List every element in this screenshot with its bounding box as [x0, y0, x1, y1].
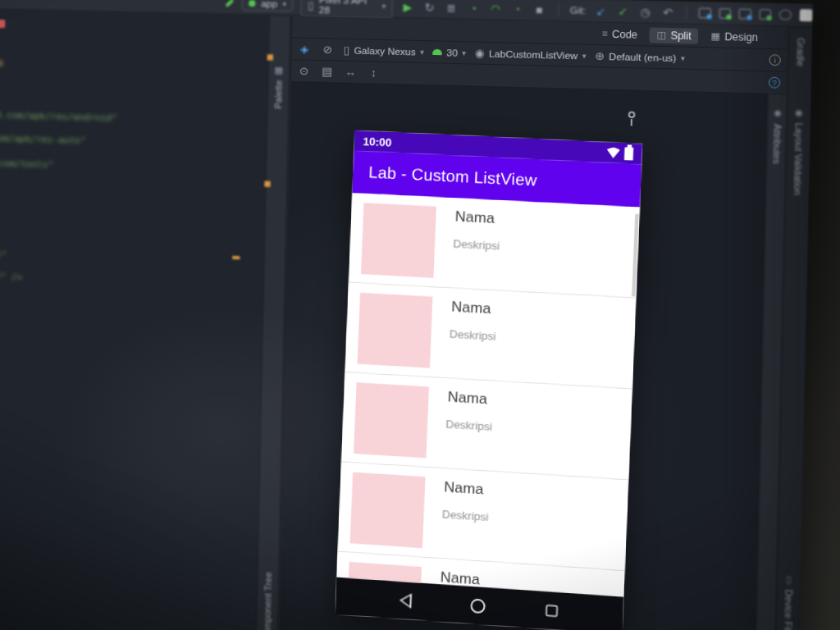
toolbar-separator: [687, 6, 687, 20]
terminal-icon[interactable]: [719, 8, 731, 19]
chevron-down-icon: ▾: [462, 48, 466, 57]
run-button[interactable]: ▶: [400, 1, 414, 12]
avd-manager-icon[interactable]: [759, 9, 771, 20]
app-module-icon: [249, 0, 256, 7]
device-icon: ▯: [308, 0, 314, 10]
api-level-label: 30: [446, 48, 458, 58]
attributes-label: Attributes: [771, 124, 783, 164]
target-device-label: Pixel 3 API 28: [319, 0, 377, 16]
thumbnail-placeholder: [354, 382, 429, 458]
git-rollback-button[interactable]: ↶: [660, 7, 675, 18]
item-name: Nama: [444, 479, 484, 499]
thumbnail-placeholder: [358, 293, 433, 368]
view-options-eye-icon[interactable]: ⊙: [297, 66, 312, 77]
code-tab-icon: ≡: [602, 29, 608, 39]
device-file-explorer-icon: ▯: [786, 573, 792, 585]
device-file-explorer-label: Device File Explorer: [782, 589, 794, 630]
layout-validation-label: Layout Validation: [792, 122, 804, 195]
design-surface-select-icon[interactable]: ◈: [297, 43, 312, 55]
git-commit-button[interactable]: ✓: [616, 6, 631, 17]
git-history-button[interactable]: ◷: [638, 6, 653, 17]
blueprint-list-icon[interactable]: ▤: [320, 66, 335, 77]
modified-line-marker: [232, 256, 240, 259]
profiler-button[interactable]: ◠: [488, 3, 503, 15]
device-file-explorer-tab[interactable]: ▯ Device File Explorer: [775, 573, 800, 630]
palette-label: Palette: [273, 80, 284, 109]
git-update-button[interactable]: ↙: [594, 5, 609, 16]
back-icon: [399, 592, 413, 609]
list-item[interactable]: Nama Deskripsi: [345, 283, 636, 390]
android-icon: [432, 49, 442, 56]
battery-icon: [624, 147, 633, 160]
thumbnail-placeholder: [361, 203, 436, 278]
recents-icon: [546, 605, 559, 618]
run-configuration-select[interactable]: app ▾: [242, 0, 293, 11]
chevron-down-icon: ▾: [382, 2, 386, 10]
palette-grid-icon: ▦: [274, 65, 283, 76]
custom-listview[interactable]: Nama Deskripsi Nama Deskripsi Nama Deskr…: [336, 193, 640, 597]
horizontal-constraint-icon[interactable]: ↔: [343, 66, 358, 78]
locale-select[interactable]: ⊕ Default (en-us) ▾: [595, 50, 685, 63]
search-icon[interactable]: [779, 10, 792, 21]
photo-of-android-studio: app ▾ ▯ Pixel 3 API 28 ▾ ▶ ↻ ≣ ◔ ◠ ◔ ■ G…: [0, 0, 840, 630]
layout-editor: ≡ Code ◫ Split ▦ Design ◈ ⊘ ▯ Galaxy Nex…: [279, 16, 789, 630]
warning-tick: [267, 54, 273, 60]
chevron-down-icon: ▾: [681, 53, 685, 62]
api-version-select[interactable]: 30 ▾: [432, 47, 466, 57]
component-tree-label: Component Tree: [262, 572, 273, 630]
design-canvas[interactable]: 10:00 Lab - Custom ListView Nama Deskrip…: [279, 82, 768, 630]
status-time: 10:00: [363, 135, 392, 148]
xml-code-editor[interactable]: ldroid.com/apk/res/android"com/apk/res-a…: [0, 9, 269, 630]
locale-label: Default (en-us): [609, 51, 676, 63]
tab-design[interactable]: ▦ Design: [704, 28, 765, 45]
app-title: Lab - Custom ListView: [368, 163, 537, 190]
theme-select[interactable]: ◉ LabCustomListView ▾: [475, 48, 587, 62]
item-description: Deskripsi: [445, 418, 492, 433]
help-icon[interactable]: ?: [769, 77, 781, 89]
gradle-tab[interactable]: Gradle: [789, 38, 812, 67]
stop-button[interactable]: ■: [532, 4, 547, 16]
attributes-icon: ✱: [774, 108, 782, 120]
split-tab-label: Split: [670, 30, 692, 42]
debug-button[interactable]: ◔: [466, 2, 480, 14]
toolbar-separator: [558, 3, 559, 17]
palette-tab[interactable]: ▦ Palette: [267, 65, 289, 109]
attributes-tab[interactable]: ✱ Attributes: [767, 108, 787, 165]
info-icon[interactable]: i: [769, 54, 781, 66]
layout-validation-tab[interactable]: ◉ Layout Validation: [786, 107, 810, 195]
vertical-constraint-icon[interactable]: ↕: [366, 67, 381, 79]
item-description: Deskripsi: [453, 237, 500, 253]
rerun-button[interactable]: ↻: [422, 2, 436, 13]
theme-icon: ◉: [475, 48, 485, 59]
home-icon: [471, 598, 486, 614]
render-wrench-icon: [628, 112, 636, 119]
phone-preview[interactable]: 10:00 Lab - Custom ListView Nama Deskrip…: [335, 130, 642, 630]
code-tab-label: Code: [612, 28, 637, 40]
tab-split[interactable]: ◫ Split: [650, 27, 699, 43]
code-lines: ldroid.com/apk/res/android"com/apk/res-a…: [0, 9, 269, 630]
device-for-preview-select[interactable]: ▯ Galaxy Nexus ▾: [344, 44, 424, 57]
build-icon[interactable]: [225, 0, 234, 7]
project-structure-icon[interactable]: [699, 8, 711, 19]
chevron-down-icon: ▾: [282, 0, 286, 8]
component-tree-tab[interactable]: Component Tree ◈: [256, 572, 278, 630]
list-item[interactable]: Nama Deskripsi: [349, 193, 640, 298]
apply-changes-button[interactable]: ≣: [444, 2, 458, 13]
wifi-icon: [606, 147, 620, 158]
locale-globe-icon: ⊕: [595, 50, 605, 62]
split-tab-icon: ◫: [657, 30, 666, 40]
theme-label: LabCustomListView: [489, 48, 578, 61]
tab-code[interactable]: ≡ Code: [595, 25, 645, 42]
chevron-down-icon: ▾: [582, 51, 587, 60]
sdk-manager-icon[interactable]: [799, 9, 812, 21]
run-configuration-label: app: [261, 0, 277, 9]
layout-validation-icon: ◉: [795, 107, 804, 118]
item-name: Nama: [447, 389, 487, 409]
item-description: Deskripsi: [450, 327, 496, 343]
preview-device-label: Galaxy Nexus: [354, 45, 416, 57]
device-manager-icon[interactable]: [739, 9, 751, 20]
attach-debugger-button[interactable]: ◔: [510, 4, 525, 14]
design-tab-label: Design: [724, 30, 758, 43]
orientation-icon[interactable]: ⊘: [320, 43, 335, 55]
item-description: Deskripsi: [442, 508, 489, 523]
